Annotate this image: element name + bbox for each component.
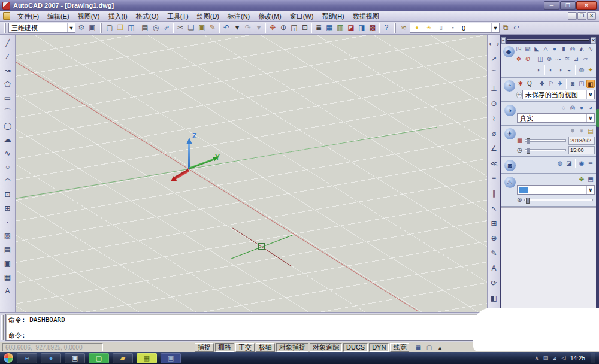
circle-icon[interactable]: ◯ [2,119,14,133]
command-window-grip[interactable] [1,315,4,340]
view-pin-icon[interactable]: ✛ [516,92,522,98]
undo-dropdown-icon[interactable]: ▾ [232,23,243,33]
chevron-down-icon[interactable]: ∨ [586,114,594,122]
menu-format[interactable]: 格式(O) [132,11,163,21]
loft-icon[interactable]: ≋ [563,55,571,63]
drawing-file-icon[interactable] [3,12,10,20]
coordinate-display[interactable]: 603.6086, -927.8925, 0.0000 [2,343,103,351]
conceptual-icon[interactable]: ◕ [586,104,595,112]
revolve-icon[interactable]: ⊚ [545,55,553,63]
pyramid-icon[interactable]: ◭ [577,45,586,53]
helix-icon[interactable]: ∿ [586,45,595,53]
title-bar[interactable]: AutoCAD 2007 - [Drawing1.dwg] ─❐✕ [0,0,599,11]
workspace-save-icon[interactable]: ▣ [87,23,98,33]
maximize-button[interactable]: ❐ [560,1,576,10]
workspace-dropdown[interactable]: 三维建模 ▼ [8,23,75,33]
perspective-projection-icon[interactable]: ◧ [586,80,595,88]
render-panel-icon[interactable]: ◙ [504,160,516,171]
undo-icon[interactable]: ↶ [221,23,232,33]
dashboard-collapse-icon[interactable]: − [501,37,506,44]
intersect-icon[interactable]: ◒ [565,66,573,74]
ellipse-icon[interactable]: ○ [2,160,14,174]
gradient-icon[interactable]: ▤ [2,243,14,257]
taskbar-clock[interactable]: 14:25 [570,355,588,362]
toggle-grid[interactable]: 栅格 [215,343,234,352]
layer-previous-icon[interactable]: ↩ [511,23,522,33]
zoom-window-icon[interactable]: ◱ [289,23,300,33]
plot-icon[interactable]: ▤ [140,23,150,33]
toggle-otrack[interactable]: 对象追踪 [310,343,342,352]
dashboard-edge-tab[interactable] [596,109,599,127]
material-dropdown[interactable]: ∨ [517,185,595,195]
ie-icon[interactable]: e [17,353,37,363]
time-slider[interactable] [525,149,566,151]
photos-app-icon[interactable]: ▦ [137,353,157,363]
slice-icon[interactable]: ⊿ [572,55,580,63]
open-file-icon[interactable]: ❐ [115,23,126,33]
menu-window[interactable]: 窗口(W) [286,11,318,21]
wedge-icon[interactable]: ◣ [533,45,541,53]
clean-screen-icon[interactable]: ▢ [424,343,434,352]
3d-move-icon[interactable]: ⊕ [524,55,532,63]
quick-select-icon[interactable]: ✦ [586,66,595,74]
zoom-previous-icon[interactable]: ⊡ [300,23,310,33]
chevron-down-icon[interactable]: ▼ [491,23,499,32]
dimension-text-edit-icon[interactable]: A [488,261,500,276]
show-desktop-button[interactable] [591,353,595,363]
constrained-orbit-icon[interactable]: ✱ [516,80,525,88]
table-icon[interactable]: ▦ [2,271,14,284]
zoom-realtime-icon[interactable]: ⊕ [278,23,289,33]
date-slider[interactable] [525,139,566,142]
menu-edit[interactable]: 编辑(E) [43,11,74,21]
materials-editor-icon[interactable]: ✤ [577,175,586,184]
menu-draw[interactable]: 绘图(D) [193,11,223,21]
layer-properties-manager-icon[interactable]: ≋ [398,23,409,33]
chevron-down-icon[interactable]: ∨ [586,186,594,194]
menu-help[interactable]: 帮助(H) [318,11,349,21]
dashboard-close-icon[interactable]: ✕ [591,37,596,44]
dimension-update-icon[interactable]: ⟳ [488,276,500,291]
point-icon[interactable]: · [2,216,14,229]
camera-icon[interactable]: ◙ [568,80,577,88]
redo-dropdown-icon[interactable]: ▾ [253,23,264,33]
menu-tools[interactable]: 工具(T) [163,11,193,21]
tray-volume-icon[interactable]: ◁ [560,354,567,362]
mdi-close-button[interactable]: ✕ [587,12,596,20]
insert-block-icon[interactable]: ⊡ [2,188,14,202]
video-app-icon[interactable]: ▣ [161,353,181,363]
menu-dimension[interactable]: 标注(N) [223,11,254,21]
drawing-canvas[interactable]: Z Y [16,35,487,312]
diameter-icon[interactable]: ⌀ [488,126,500,141]
pan-icon[interactable]: ✥ [267,23,278,33]
material-scale-icon[interactable]: ⊛ [517,196,522,203]
quick-dimension-icon[interactable]: ≪ [488,156,500,171]
toggle-ortho[interactable]: 正交 [235,343,255,352]
cut-icon[interactable]: ✂ [175,23,186,33]
time-value[interactable]: 15:00 [568,146,595,154]
copy-icon[interactable]: ❏ [186,23,196,33]
visual-style-panel-icon[interactable]: ◑ [504,105,516,116]
hatch-icon[interactable]: ▨ [2,229,14,243]
tolerance-icon[interactable]: ⊞ [488,216,500,231]
light-list-icon[interactable]: ▤ [586,127,595,135]
press-pull-icon[interactable]: ✥ [515,55,523,63]
mdi-minimize-button[interactable]: ─ [568,12,577,20]
visual-style-dropdown[interactable]: 真实 ∨ [517,113,595,123]
aligned-dimension-icon[interactable]: ↗ [488,51,500,66]
layer-lock-icon[interactable]: ▯ [435,23,446,33]
material-scale-slider[interactable] [524,199,593,201]
parallel-projection-icon[interactable]: ◰ [577,80,586,88]
realistic-icon[interactable]: ● [577,104,586,112]
box-icon[interactable]: ▧ [524,45,532,53]
sweep-icon[interactable]: ↝ [554,55,562,63]
clock-icon[interactable]: ◷ [517,147,522,153]
sky-status-icon[interactable]: ✷ [577,127,586,135]
layer-on-icon[interactable]: ● [412,23,422,33]
jogged-icon[interactable]: ≀ [488,111,500,126]
cone-icon[interactable]: △ [541,45,550,53]
continue-icon[interactable]: ∥ [488,186,500,201]
baseline-icon[interactable]: ≡ [488,171,500,186]
date-value[interactable]: 2018/9/2 [568,136,595,145]
tool-palettes-icon[interactable]: ▥ [335,23,346,33]
rectangle-icon[interactable]: ▭ [2,92,14,105]
